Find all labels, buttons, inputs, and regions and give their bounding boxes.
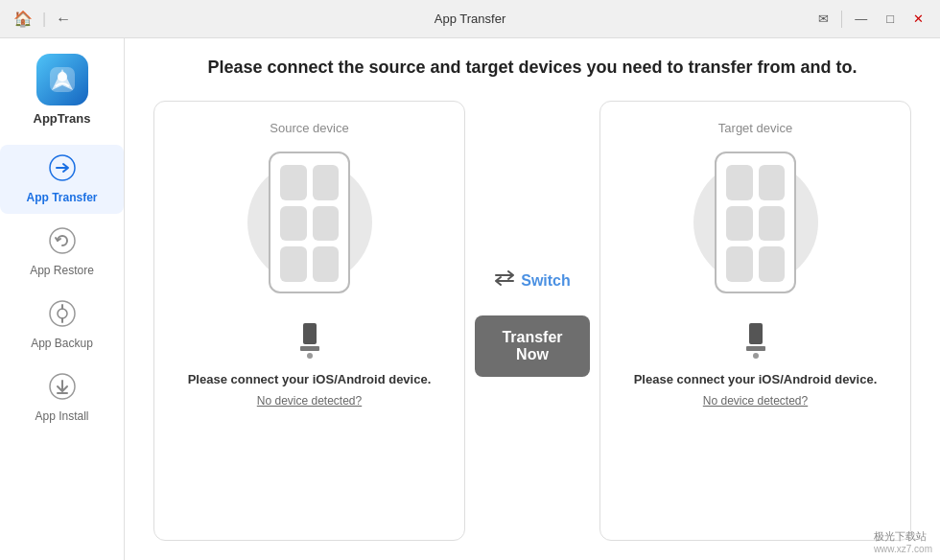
app-name: AppTrans bbox=[34, 111, 91, 126]
app-icon-4 bbox=[313, 206, 340, 242]
sidebar: AppTrans App Transfer App Restore bbox=[0, 38, 125, 560]
source-device-message: Please connect your iOS/Android device. bbox=[188, 372, 432, 386]
target-no-device-link[interactable]: No device detected? bbox=[703, 394, 808, 408]
content-area: Please connect the source and target dev… bbox=[125, 38, 940, 560]
minimize-button[interactable]: — bbox=[848, 8, 874, 30]
app-transfer-icon bbox=[49, 154, 76, 187]
home-button[interactable]: 🏠 bbox=[10, 8, 36, 30]
source-device-title: Source device bbox=[270, 121, 348, 135]
sidebar-label-app-install: App Install bbox=[35, 409, 88, 423]
sidebar-item-app-backup[interactable]: App Backup bbox=[0, 291, 124, 360]
app-backup-icon bbox=[49, 300, 76, 333]
source-phone-outline bbox=[269, 152, 350, 293]
close-button[interactable]: ✕ bbox=[906, 8, 930, 30]
email-button[interactable]: ✉ bbox=[811, 8, 835, 30]
target-device-title: Target device bbox=[718, 121, 792, 135]
target-phone-illustration bbox=[703, 151, 809, 304]
app-icon-6 bbox=[313, 246, 340, 282]
target-phone-outline bbox=[715, 152, 796, 293]
source-device-card: Source device bbox=[153, 101, 465, 541]
watermark-line2: www.xz7.com bbox=[874, 544, 932, 554]
switch-label: Switch bbox=[521, 272, 571, 290]
app-logo-icon bbox=[36, 54, 88, 105]
title-bar-nav: 🏠 | ← bbox=[10, 8, 75, 30]
window-controls: ✉ — □ ✕ bbox=[811, 8, 930, 30]
source-no-device-link[interactable]: No device detected? bbox=[257, 394, 362, 408]
maximize-button[interactable]: □ bbox=[880, 8, 901, 30]
separator bbox=[841, 11, 842, 28]
target-app-icon-2 bbox=[759, 165, 786, 200]
svg-point-5 bbox=[58, 309, 67, 318]
sidebar-item-app-install[interactable]: App Install bbox=[0, 363, 124, 432]
devices-row: Source device bbox=[153, 101, 911, 541]
target-app-icon-5 bbox=[726, 246, 753, 282]
back-button[interactable]: ← bbox=[52, 9, 75, 30]
sidebar-item-app-restore[interactable]: App Restore bbox=[0, 218, 124, 287]
sidebar-item-app-transfer[interactable]: App Transfer bbox=[0, 145, 124, 214]
sidebar-label-app-backup: App Backup bbox=[31, 337, 93, 350]
app-restore-icon bbox=[49, 227, 76, 260]
svg-point-3 bbox=[50, 228, 75, 253]
page-title: Please connect the source and target dev… bbox=[153, 58, 911, 78]
app-icon-1 bbox=[280, 165, 307, 200]
switch-icon bbox=[494, 270, 515, 291]
app-logo: AppTrans bbox=[34, 54, 91, 126]
window-title: App Transfer bbox=[435, 12, 505, 26]
target-device-card: Target device bbox=[599, 101, 911, 541]
title-bar-left: 🏠 | ← bbox=[10, 8, 75, 30]
app-icon-2 bbox=[313, 165, 340, 200]
source-phone-illustration bbox=[257, 151, 363, 304]
target-app-icon-3 bbox=[726, 206, 753, 242]
target-app-icon-1 bbox=[726, 165, 753, 200]
sidebar-label-app-restore: App Restore bbox=[30, 264, 94, 277]
target-device-message: Please connect your iOS/Android device. bbox=[634, 372, 878, 386]
target-app-icon-6 bbox=[759, 246, 786, 282]
watermark: 极光下载站 www.xz7.com bbox=[874, 529, 932, 554]
sidebar-label-app-transfer: App Transfer bbox=[26, 191, 97, 204]
watermark-line1: 极光下载站 bbox=[874, 529, 932, 544]
app-icon-3 bbox=[280, 206, 307, 242]
app-install-icon bbox=[49, 373, 76, 406]
title-bar: 🏠 | ← App Transfer ✉ — □ ✕ bbox=[0, 0, 940, 38]
app-icon-5 bbox=[280, 246, 307, 282]
transfer-now-button[interactable]: Transfer Now bbox=[475, 315, 590, 377]
main-layout: AppTrans App Transfer App Restore bbox=[0, 38, 940, 560]
middle-area: Switch Transfer Now bbox=[465, 101, 599, 541]
svg-point-1 bbox=[58, 72, 67, 82]
switch-button[interactable]: Switch bbox=[484, 265, 580, 296]
target-app-icon-4 bbox=[759, 206, 786, 242]
